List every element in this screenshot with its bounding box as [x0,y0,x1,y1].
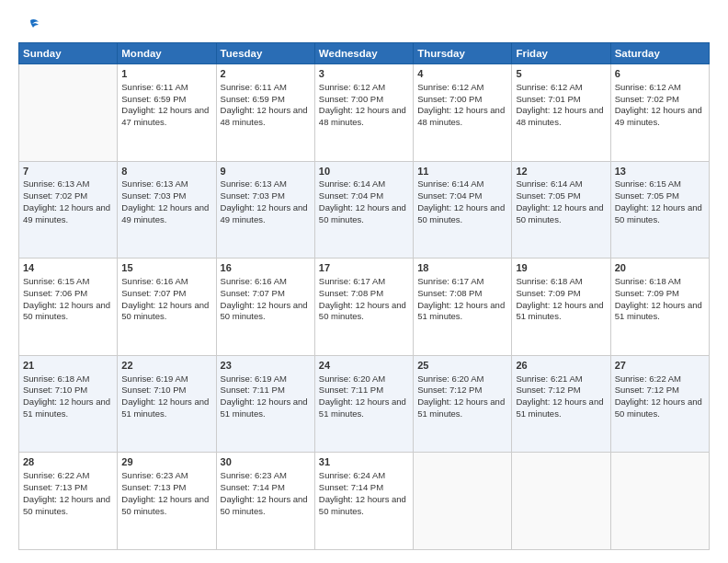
weekday-header-thursday: Thursday [414,43,512,64]
sunset-text: Sunset: 7:11 PM [319,385,409,396]
sunset-text: Sunset: 7:13 PM [23,482,113,494]
weekday-header-sunday: Sunday [19,43,118,64]
day-number: 8 [121,165,211,178]
day-number: 1 [121,67,211,81]
sunset-text: Sunset: 7:02 PM [23,190,113,202]
daylight-text: Daylight: 12 hours and 49 minutes. [121,202,211,226]
day-number: 5 [516,67,606,81]
day-number: 29 [121,455,211,469]
day-number: 23 [221,359,311,373]
daylight-text: Daylight: 12 hours and 50 minutes. [319,494,409,518]
daylight-text: Daylight: 12 hours and 50 minutes. [121,300,211,324]
sunset-text: Sunset: 7:04 PM [417,190,507,202]
daylight-text: Daylight: 12 hours and 47 minutes. [121,105,211,129]
sunrise-text: Sunrise: 6:23 AM [221,470,311,482]
daylight-text: Daylight: 12 hours and 50 minutes. [615,396,705,420]
day-number: 13 [615,165,705,178]
sunrise-text: Sunrise: 6:16 AM [221,276,311,288]
day-number: 28 [23,455,113,469]
calendar-cell: 3Sunrise: 6:12 AMSunset: 7:00 PMDaylight… [314,64,413,162]
sunset-text: Sunset: 7:05 PM [615,190,705,202]
calendar-cell: 15Sunrise: 6:16 AMSunset: 7:07 PMDayligh… [118,259,216,356]
day-number: 21 [23,359,113,373]
day-number: 19 [516,261,606,275]
daylight-text: Daylight: 12 hours and 50 minutes. [319,300,409,324]
daylight-text: Daylight: 12 hours and 48 minutes. [319,105,409,129]
day-number: 4 [417,67,507,81]
daylight-text: Daylight: 12 hours and 48 minutes. [417,105,507,129]
day-number: 2 [221,67,311,81]
weekday-header-monday: Monday [118,43,216,64]
daylight-text: Daylight: 12 hours and 51 minutes. [417,300,507,324]
sunset-text: Sunset: 7:00 PM [417,94,507,106]
daylight-text: Daylight: 12 hours and 50 minutes. [23,300,113,324]
sunset-text: Sunset: 7:12 PM [615,385,705,396]
calendar-cell: 9Sunrise: 6:13 AMSunset: 7:03 PMDaylight… [216,161,314,259]
day-number: 27 [615,359,705,373]
calendar-cell: 20Sunrise: 6:18 AMSunset: 7:09 PMDayligh… [610,259,709,356]
daylight-text: Daylight: 12 hours and 51 minutes. [516,300,606,324]
calendar-page: SundayMondayTuesdayWednesdayThursdayFrid… [0,0,728,563]
day-number: 10 [319,165,409,178]
daylight-text: Daylight: 12 hours and 50 minutes. [221,300,311,324]
weekday-header-wednesday: Wednesday [314,43,413,64]
daylight-text: Daylight: 12 hours and 50 minutes. [417,202,507,226]
weekday-header-saturday: Saturday [610,43,709,64]
sunset-text: Sunset: 7:01 PM [516,94,606,106]
weekday-header-friday: Friday [512,43,610,64]
calendar-cell: 31Sunrise: 6:24 AMSunset: 7:14 PMDayligh… [314,453,413,550]
calendar-cell: 1Sunrise: 6:11 AMSunset: 6:59 PMDaylight… [118,64,216,162]
day-number: 22 [121,359,211,373]
calendar-cell: 8Sunrise: 6:13 AMSunset: 7:03 PMDaylight… [118,161,216,259]
calendar-cell: 26Sunrise: 6:21 AMSunset: 7:12 PMDayligh… [512,355,610,453]
day-number: 18 [417,261,507,275]
calendar-header-row: SundayMondayTuesdayWednesdayThursdayFrid… [19,43,710,64]
sunset-text: Sunset: 7:03 PM [121,190,211,202]
calendar-cell: 16Sunrise: 6:16 AMSunset: 7:07 PMDayligh… [216,259,314,356]
sunset-text: Sunset: 7:10 PM [23,385,113,396]
day-number: 24 [319,359,409,373]
calendar-cell: 7Sunrise: 6:13 AMSunset: 7:02 PMDaylight… [19,161,118,259]
calendar-cell: 4Sunrise: 6:12 AMSunset: 7:00 PMDaylight… [414,64,512,162]
sunrise-text: Sunrise: 6:19 AM [221,373,311,385]
sunset-text: Sunset: 7:09 PM [615,288,705,300]
sunrise-text: Sunrise: 6:18 AM [516,276,606,288]
calendar-cell: 6Sunrise: 6:12 AMSunset: 7:02 PMDaylight… [610,64,709,162]
calendar-cell: 12Sunrise: 6:14 AMSunset: 7:05 PMDayligh… [512,161,610,259]
sunrise-text: Sunrise: 6:14 AM [516,178,606,190]
day-number: 25 [417,359,507,373]
day-number: 16 [221,261,311,275]
daylight-text: Daylight: 12 hours and 50 minutes. [221,494,311,518]
sunset-text: Sunset: 7:02 PM [615,94,705,106]
sunset-text: Sunset: 7:09 PM [516,288,606,300]
sunrise-text: Sunrise: 6:19 AM [121,373,211,385]
logo [18,17,40,33]
daylight-text: Daylight: 12 hours and 51 minutes. [417,396,507,420]
calendar-cell: 17Sunrise: 6:17 AMSunset: 7:08 PMDayligh… [314,259,413,356]
calendar-cell: 27Sunrise: 6:22 AMSunset: 7:12 PMDayligh… [610,355,709,453]
calendar-cell: 19Sunrise: 6:18 AMSunset: 7:09 PMDayligh… [512,259,610,356]
sunrise-text: Sunrise: 6:11 AM [121,82,211,94]
sunrise-text: Sunrise: 6:17 AM [319,276,409,288]
calendar-cell [19,64,118,162]
sunrise-text: Sunrise: 6:13 AM [121,178,211,190]
calendar-cell: 29Sunrise: 6:23 AMSunset: 7:13 PMDayligh… [118,453,216,550]
day-number: 12 [516,165,606,178]
daylight-text: Daylight: 12 hours and 51 minutes. [121,396,211,420]
sunrise-text: Sunrise: 6:13 AM [23,178,113,190]
sunset-text: Sunset: 7:07 PM [221,288,311,300]
sunrise-text: Sunrise: 6:18 AM [615,276,705,288]
day-number: 6 [615,67,705,81]
day-number: 7 [23,165,113,178]
calendar-cell [512,453,610,550]
daylight-text: Daylight: 12 hours and 50 minutes. [516,202,606,226]
sunrise-text: Sunrise: 6:22 AM [23,470,113,482]
sunset-text: Sunset: 7:13 PM [121,482,211,494]
calendar-week-row: 14Sunrise: 6:15 AMSunset: 7:06 PMDayligh… [19,259,710,356]
sunset-text: Sunset: 7:12 PM [516,385,606,396]
day-number: 17 [319,261,409,275]
page-header [18,17,710,33]
day-number: 26 [516,359,606,373]
calendar-cell: 25Sunrise: 6:20 AMSunset: 7:12 PMDayligh… [414,355,512,453]
day-number: 20 [615,261,705,275]
